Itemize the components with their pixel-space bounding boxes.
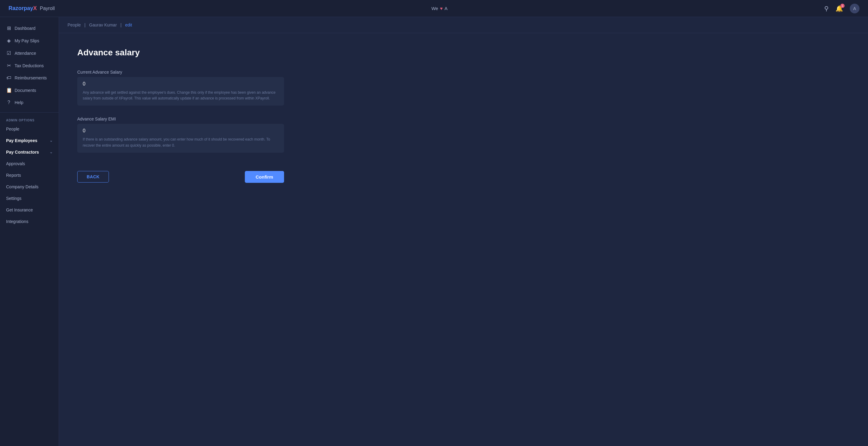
search-icon[interactable]: ⚲	[824, 5, 829, 12]
logo-razorpay: RazorpayX	[8, 5, 37, 11]
sidebar-item-pay-contractors[interactable]: Pay Contractors ⌄	[0, 146, 59, 158]
advance-emi-label: Advance Salary EMI	[77, 117, 850, 121]
advance-emi-card: 0 If there is an outstanding advance sal…	[77, 124, 284, 152]
form-area: Advance salary Current Advance Salary 0 …	[59, 33, 868, 446]
sidebar-item-get-insurance[interactable]: Get Insurance	[0, 204, 59, 216]
attendance-icon: ☑	[6, 50, 11, 56]
breadcrumb: People | Gaurav Kumar | edit	[59, 17, 868, 33]
sidebar-item-reimbursements[interactable]: 🏷 Reimbursements	[0, 72, 59, 84]
help-icon: ?	[6, 100, 11, 105]
notification-badge: 1	[840, 4, 845, 8]
sidebar-item-documents[interactable]: 📋 Documents	[0, 84, 59, 96]
pay-slips-icon: ◈	[6, 38, 11, 43]
sidebar-item-tax-deductions[interactable]: ✂ Tax Deductions	[0, 59, 59, 72]
topnav-actions: ⚲ 🔔 1 A	[824, 4, 860, 13]
breadcrumb-edit-link[interactable]: edit	[125, 23, 132, 27]
tax-icon: ✂	[6, 63, 11, 68]
back-button[interactable]: BACK	[77, 171, 109, 182]
page-title: Advance salary	[77, 48, 850, 58]
confirm-button[interactable]: Confirm	[245, 171, 284, 183]
breadcrumb-employee-name: Gaurav Kumar	[89, 23, 117, 27]
sidebar-divider	[0, 112, 59, 113]
advance-emi-section: Advance Salary EMI 0 If there is an outs…	[77, 117, 850, 152]
current-advance-card: 0 Any advance will get settled against t…	[77, 77, 284, 106]
sidebar-item-people[interactable]: People	[0, 123, 59, 135]
sidebar-item-settings[interactable]: Settings	[0, 192, 59, 204]
logo-payroll: Payroll	[40, 6, 55, 11]
sidebar-item-dashboard[interactable]: ⊞ Dashboard	[0, 22, 59, 34]
breadcrumb-sep1: |	[84, 23, 86, 27]
advance-emi-hint: If there is an outstanding advance salar…	[83, 137, 279, 148]
main-content: People | Gaurav Kumar | edit Advance sal…	[59, 17, 868, 446]
logo-area: RazorpayX Payroll	[8, 5, 55, 11]
sidebar-item-attendance[interactable]: ☑ Attendance	[0, 47, 59, 59]
advance-emi-value: 0	[83, 128, 279, 133]
breadcrumb-sep2: |	[120, 23, 122, 27]
sidebar-item-integrations[interactable]: Integrations	[0, 216, 59, 227]
current-advance-hint: Any advance will get settled against the…	[83, 90, 279, 101]
dashboard-icon: ⊞	[6, 25, 11, 31]
heart-icon: ♥	[440, 6, 443, 11]
sidebar-item-reports[interactable]: Reports	[0, 170, 59, 181]
admin-options-label: ADMIN OPTIONS	[0, 116, 59, 123]
chevron-down-icon: ⌄	[50, 139, 53, 143]
current-advance-section: Current Advance Salary 0 Any advance wil…	[77, 70, 850, 106]
sidebar-item-my-pay-slips[interactable]: ◈ My Pay Slips	[0, 34, 59, 47]
user-avatar[interactable]: A	[850, 4, 860, 13]
sidebar-item-company-details[interactable]: Company Details	[0, 181, 59, 192]
button-row: BACK Confirm	[77, 171, 284, 183]
sidebar-item-approvals[interactable]: Approvals	[0, 158, 59, 170]
app-body: ⊞ Dashboard ◈ My Pay Slips ☑ Attendance …	[0, 17, 868, 446]
sidebar-item-pay-employees[interactable]: Pay Employees ⌄	[0, 135, 59, 146]
current-advance-value: 0	[83, 81, 279, 87]
breadcrumb-people-link[interactable]: People	[67, 23, 81, 27]
sidebar-item-help[interactable]: ? Help	[0, 96, 59, 109]
reimbursements-icon: 🏷	[6, 75, 11, 81]
notification-icon[interactable]: 🔔 1	[835, 5, 843, 12]
current-advance-label: Current Advance Salary	[77, 70, 850, 75]
documents-icon: 📋	[6, 87, 11, 93]
topnav: RazorpayX Payroll We ♥ A ⚲ 🔔 1 A	[0, 0, 868, 17]
topnav-tagline: We ♥ A	[431, 6, 447, 11]
sidebar: ⊞ Dashboard ◈ My Pay Slips ☑ Attendance …	[0, 17, 59, 446]
chevron-down-icon: ⌄	[50, 150, 53, 154]
